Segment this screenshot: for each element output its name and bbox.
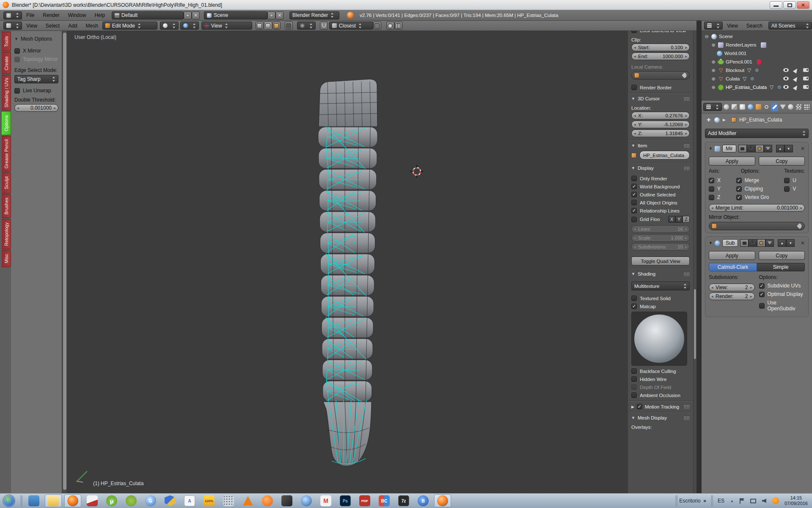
snap-element-selector[interactable]: Closest xyxy=(329,22,373,30)
menu-window[interactable]: Window xyxy=(64,12,91,18)
all-object-origins-checkbox[interactable]: All Object Origins xyxy=(631,200,690,205)
scene-selector[interactable]: Scene xyxy=(204,11,267,19)
taskbar-word-processor[interactable]: A xyxy=(181,494,198,507)
render-border-checkbox[interactable]: Render Border xyxy=(631,85,690,90)
decrement-arrow-icon[interactable]: ◂ xyxy=(634,122,637,127)
menu-mesh[interactable]: Mesh xyxy=(82,23,102,29)
taskbar-utorrent[interactable]: µ xyxy=(103,494,120,507)
selectability-cursor-icon[interactable] xyxy=(793,67,799,74)
move-down-button[interactable]: ▼ xyxy=(786,239,795,247)
taskbar-design-tools-app[interactable] xyxy=(278,494,295,507)
volume-icon[interactable] xyxy=(762,499,766,503)
textured-solid-checkbox[interactable]: Textured Solid xyxy=(631,295,690,301)
delete-modifier-icon[interactable]: ✕ xyxy=(801,240,805,246)
shading-mode-dropdown[interactable]: Multitexture xyxy=(631,282,690,290)
tab-sculpt[interactable]: Sculpt xyxy=(2,172,11,193)
decrement-arrow-icon[interactable]: ◂ xyxy=(711,206,715,210)
only-render-checkbox[interactable]: Only Render xyxy=(631,176,690,181)
proportional-edit-selector[interactable] xyxy=(297,22,316,30)
render-subdivisions-field[interactable]: ◂ Render: 2 ▸ xyxy=(709,293,755,300)
editor-splitter[interactable] xyxy=(696,21,702,493)
double-threshold-field[interactable]: ◂ 0.001000 ▸ xyxy=(14,104,58,112)
antivirus-tray-icon[interactable] xyxy=(772,497,779,504)
maximize-button[interactable] xyxy=(783,1,796,9)
tab-shading-uvs[interactable]: Shading / UVs xyxy=(2,75,11,110)
apply-button[interactable]: Apply xyxy=(709,157,755,166)
increment-arrow-icon[interactable]: ▸ xyxy=(684,54,687,58)
apply-button[interactable]: Apply xyxy=(709,251,755,260)
move-up-button[interactable]: ▲ xyxy=(776,145,784,152)
taskbar-orange-app[interactable] xyxy=(259,494,276,507)
item-label[interactable]: World.001 xyxy=(724,51,746,56)
language-indicator[interactable]: ES xyxy=(718,498,724,504)
viewport-editor-selector[interactable] xyxy=(3,22,22,30)
delete-modifier-icon[interactable]: ✕ xyxy=(801,146,805,152)
motion-tracking-panel-header[interactable]: ▶ ✓ Motion Tracking xyxy=(631,404,690,409)
panel-drag-dots-icon[interactable] xyxy=(684,272,690,276)
item-name-field[interactable]: HP_Estrias_Culata xyxy=(639,151,690,160)
pivot-point-selector[interactable] xyxy=(180,22,199,30)
realtime-toggle[interactable] xyxy=(747,145,755,152)
screen-layout-selector[interactable]: Default xyxy=(112,11,184,19)
menu-render[interactable]: Render xyxy=(39,12,63,18)
item-label[interactable]: Blockout xyxy=(726,68,744,73)
outliner-display-mode[interactable]: All Scenes xyxy=(768,22,812,30)
tree-expand-icon[interactable]: ⊕ xyxy=(711,85,716,90)
x-mirror-checkbox[interactable]: X Mirror xyxy=(14,48,58,54)
decrement-arrow-icon[interactable]: ◂ xyxy=(17,106,20,110)
tab-create[interactable]: Create xyxy=(2,52,11,74)
increment-arrow-icon[interactable]: ▸ xyxy=(799,206,802,210)
eyedropper-icon[interactable] xyxy=(797,223,803,229)
tab-world[interactable] xyxy=(747,103,754,111)
add-layout-button[interactable]: + xyxy=(184,11,192,19)
clip-end-field[interactable]: ◂ End: 1000.000 ▸ xyxy=(631,52,690,60)
optimal-display-checkbox[interactable]: ✓Optimal Display xyxy=(759,291,805,297)
display-panel-header[interactable]: ▼ Display xyxy=(631,166,690,171)
taskbar-beyond-compare[interactable]: BC xyxy=(376,494,393,507)
relationship-lines-checkbox[interactable]: ✓ Relationship Lines xyxy=(631,208,690,213)
tree-expand-icon[interactable]: ⊕ xyxy=(711,68,716,73)
tab-misc[interactable]: Misc xyxy=(2,250,11,267)
increment-arrow-icon[interactable]: ▸ xyxy=(52,106,56,110)
live-unwrap-checkbox[interactable]: Live Unwrap xyxy=(14,88,58,94)
mirror-z-checkbox[interactable]: Z xyxy=(709,194,736,200)
renderability-camera-icon[interactable] xyxy=(803,85,809,89)
taskbar-vlc[interactable] xyxy=(239,494,256,507)
tree-expand-icon[interactable]: ⊕ xyxy=(711,76,716,82)
taskbar-glary-utilities[interactable]: G xyxy=(142,494,159,507)
viewport-shading-selector[interactable] xyxy=(160,22,179,30)
vertex-groups-checkbox[interactable]: ✓Vertex Gro xyxy=(736,194,784,200)
editmode-toggle[interactable] xyxy=(757,239,765,247)
panel-drag-dots-icon[interactable] xyxy=(684,166,690,170)
delete-scene-button[interactable]: ✕ xyxy=(275,11,284,19)
limit-to-visible-button[interactable] xyxy=(285,22,293,30)
eyedropper-icon[interactable] xyxy=(682,72,688,78)
tab-render[interactable] xyxy=(723,103,730,111)
matcap-preview[interactable] xyxy=(631,312,687,366)
move-up-button[interactable]: ▲ xyxy=(778,239,786,247)
snap-peel-button[interactable] xyxy=(373,22,381,30)
renderability-camera-icon[interactable] xyxy=(803,68,809,72)
panel-drag-dots-icon[interactable] xyxy=(684,97,690,101)
taskbar-hair-clipper-app[interactable] xyxy=(84,494,101,507)
panel-drag-dots-icon[interactable] xyxy=(684,405,690,409)
decrement-arrow-icon[interactable]: ◂ xyxy=(634,54,637,58)
outliner-row-culata[interactable]: ⊕ ▽ Culata ▽ ⚙ xyxy=(704,75,812,83)
outliner-row-world[interactable]: World.001 xyxy=(704,49,812,58)
shading-panel-header[interactable]: ▼ Shading xyxy=(631,271,690,276)
mesh-display-panel-header[interactable]: ▼ Mesh Display xyxy=(631,415,690,420)
texture-v-checkbox[interactable]: V xyxy=(784,186,805,192)
snap-toggle-button[interactable] xyxy=(320,22,328,30)
start-button[interactable] xyxy=(3,494,15,507)
decrement-arrow-icon[interactable]: ◂ xyxy=(634,131,637,135)
decrement-arrow-icon[interactable]: ◂ xyxy=(634,113,637,118)
mode-selector[interactable]: Edit Mode xyxy=(102,22,157,30)
taskbar-pdf-app[interactable]: PDF xyxy=(356,494,373,507)
outliner-editor-selector[interactable] xyxy=(704,22,723,30)
item-label[interactable]: Culata xyxy=(726,76,740,81)
tab-scene[interactable] xyxy=(739,103,746,111)
grid-axis-x-button[interactable]: X xyxy=(668,216,675,223)
menu-add[interactable]: Add xyxy=(64,23,81,29)
edge-select-mode-dropdown[interactable]: Tag Sharp xyxy=(14,75,58,83)
increment-arrow-icon[interactable]: ▸ xyxy=(684,122,687,127)
